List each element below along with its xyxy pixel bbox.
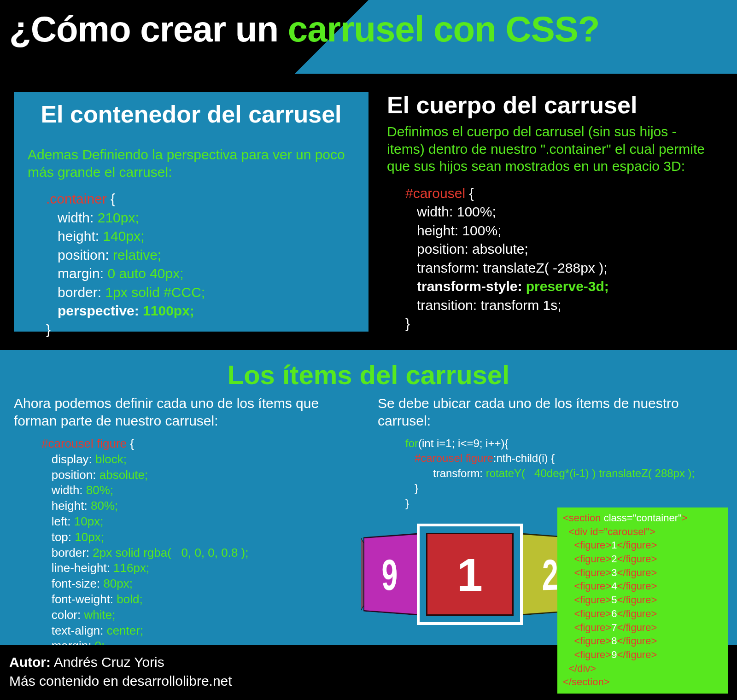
section-top: El contenedor del carrusel Ademas Defini… bbox=[5, 78, 732, 341]
title-prefix: ¿Cómo crear un bbox=[9, 9, 288, 49]
panel-body-title: El cuerpo del carrusel bbox=[387, 92, 714, 118]
panel-container-desc: Ademas Definiendo la perspectiva para ve… bbox=[28, 146, 355, 181]
html-snippet-box: <section class="container"> <div id="car… bbox=[557, 508, 728, 694]
items-left-col: Ahora podemos definir cada uno de los ít… bbox=[14, 395, 359, 670]
page-title: ¿Cómo crear un carrusel con CSS? bbox=[9, 8, 728, 50]
code-figure: #carousel figure { display: block; posit… bbox=[14, 436, 359, 670]
title-accent: carrusel con CSS? bbox=[288, 9, 600, 49]
code-container: .container { width: 210px; height: 140px… bbox=[28, 190, 355, 339]
header: ¿Cómo crear un carrusel con CSS? bbox=[0, 0, 737, 74]
carousel-front-frame bbox=[417, 524, 523, 625]
carousel-slide-9: 9 bbox=[363, 533, 418, 616]
items-left-desc: Ahora podemos definir cada uno de los ít… bbox=[14, 395, 359, 429]
author-name: Andrés Cruz Yoris bbox=[51, 654, 164, 670]
section-items-title: Los ítems del carrusel bbox=[14, 359, 723, 390]
panel-body-desc: Definimos el cuerpo del carrusel (sin su… bbox=[387, 123, 714, 175]
section-items: Los ítems del carrusel Ahora podemos def… bbox=[0, 350, 737, 645]
panel-container: El contenedor del carrusel Ademas Defini… bbox=[14, 92, 368, 332]
code-loop: for(int i=1; i<=9; i++){ #carousel figur… bbox=[378, 436, 723, 511]
code-body: #carousel { width: 100%; height: 100%; p… bbox=[387, 184, 714, 333]
panel-container-title: El contenedor del carrusel bbox=[28, 101, 355, 128]
author-label: Autor: bbox=[9, 654, 51, 670]
panel-body: El cuerpo del carrusel Definimos el cuer… bbox=[378, 92, 723, 332]
items-right-desc: Se debe ubicar cada uno de los ítems de … bbox=[378, 395, 723, 429]
items-right-col: Se debe ubicar cada uno de los ítems de … bbox=[378, 395, 723, 670]
